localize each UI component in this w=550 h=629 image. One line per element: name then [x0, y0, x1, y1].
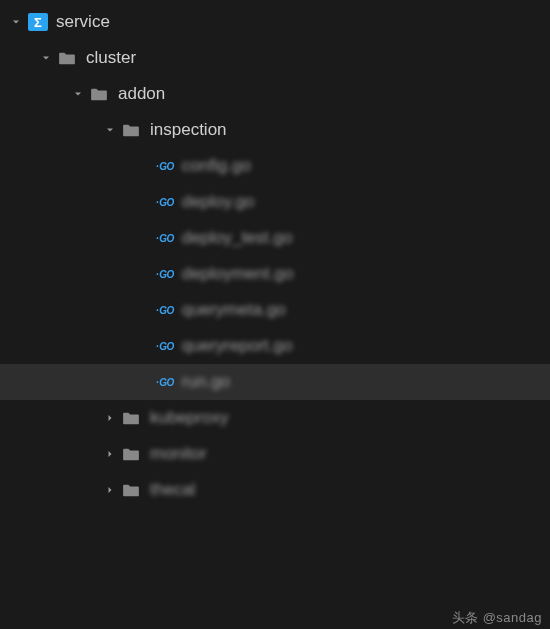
folder-label: inspection — [150, 120, 227, 140]
folder-label: addon — [118, 84, 165, 104]
module-icon: Σ — [28, 13, 48, 31]
chevron-down-icon — [8, 14, 24, 30]
file-label: run.go — [182, 372, 230, 392]
chevron-right-icon — [102, 410, 118, 426]
folder-icon — [58, 50, 78, 66]
tree-folder-collapsed[interactable]: thecal — [0, 472, 550, 508]
folder-label: monitor — [150, 444, 207, 464]
go-file-icon: GO — [156, 377, 174, 388]
file-label: deploy_test.go — [182, 228, 293, 248]
file-label: queryreport.go — [182, 336, 293, 356]
tree-folder-inspection[interactable]: inspection — [0, 112, 550, 148]
chevron-right-icon — [102, 482, 118, 498]
folder-icon — [122, 482, 142, 498]
file-label: deployment.go — [182, 264, 294, 284]
folder-icon — [122, 410, 142, 426]
tree-file-selected[interactable]: GO run.go — [0, 364, 550, 400]
go-file-icon: GO — [156, 197, 174, 208]
go-file-icon: GO — [156, 341, 174, 352]
file-label: querymeta.go — [182, 300, 286, 320]
file-label: deploy.go — [182, 192, 254, 212]
tree-folder-collapsed[interactable]: monitor — [0, 436, 550, 472]
tree-file[interactable]: GO queryreport.go — [0, 328, 550, 364]
folder-label: kubeproxy — [150, 408, 228, 428]
chevron-right-icon — [102, 446, 118, 462]
folder-icon — [122, 446, 142, 462]
tree-folder-cluster[interactable]: cluster — [0, 40, 550, 76]
tree-file[interactable]: GO deploy.go — [0, 184, 550, 220]
tree-file[interactable]: GO deploy_test.go — [0, 220, 550, 256]
go-file-icon: GO — [156, 161, 174, 172]
chevron-down-icon — [38, 50, 54, 66]
chevron-down-icon — [102, 122, 118, 138]
tree-file[interactable]: GO deployment.go — [0, 256, 550, 292]
tree-folder-addon[interactable]: addon — [0, 76, 550, 112]
file-label: config.go — [182, 156, 251, 176]
tree-folder-collapsed[interactable]: kubeproxy — [0, 400, 550, 436]
watermark-text: 头条 @sandag — [452, 609, 542, 627]
go-file-icon: GO — [156, 233, 174, 244]
tree-folder-service[interactable]: Σ service — [0, 4, 550, 40]
folder-label: thecal — [150, 480, 195, 500]
go-file-icon: GO — [156, 305, 174, 316]
folder-icon — [122, 122, 142, 138]
file-tree: Σ service cluster addon inspection — [0, 0, 550, 508]
folder-label: cluster — [86, 48, 136, 68]
go-file-icon: GO — [156, 269, 174, 280]
tree-file[interactable]: GO querymeta.go — [0, 292, 550, 328]
chevron-down-icon — [70, 86, 86, 102]
folder-label: service — [56, 12, 110, 32]
folder-icon — [90, 86, 110, 102]
tree-file[interactable]: GO config.go — [0, 148, 550, 184]
